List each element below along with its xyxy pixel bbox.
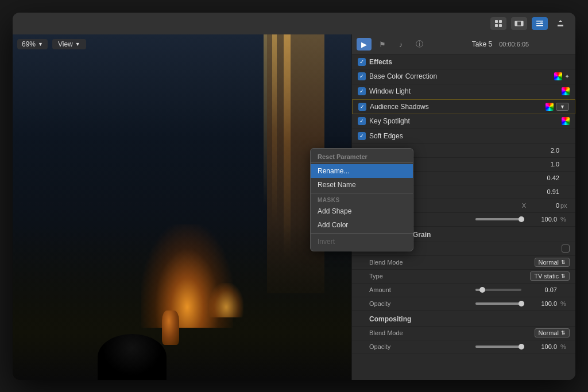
- title-bar: [13, 13, 575, 34]
- context-menu-reset-name[interactable]: Reset Name: [311, 178, 413, 192]
- comp-opacity-row[interactable]: Opacity 100.0 %: [352, 340, 575, 354]
- monochrome-checkbox[interactable]: [562, 244, 570, 253]
- effects-check[interactable]: ✓: [358, 58, 366, 66]
- svg-rect-3: [499, 24, 502, 27]
- zoom-value: 69%: [22, 40, 36, 48]
- strength-slider[interactable]: [475, 218, 521, 220]
- view-button[interactable]: View ▼: [52, 39, 86, 49]
- soft-edges-name: Soft Edges: [369, 132, 570, 140]
- share-button[interactable]: [552, 17, 568, 30]
- base-color-name: Base Color Correction: [369, 72, 554, 80]
- darken-value: 1.0: [531, 161, 559, 168]
- falloff-value: 0.91: [531, 188, 559, 195]
- amount-label: Amount: [369, 286, 469, 293]
- color-badge: [554, 72, 562, 80]
- ctx-masks-label: MASKS: [311, 195, 413, 204]
- inspector-toolbar: ▶ ⚑ ♪ ⓘ Take 5 00:00:6:05: [352, 34, 575, 55]
- comp-opacity-thumb: [519, 344, 524, 350]
- svg-rect-6: [521, 21, 523, 26]
- strength-fill: [475, 218, 521, 220]
- comp-blend-mode-dropdown[interactable]: Normal ⇅: [535, 328, 570, 337]
- tab-flag[interactable]: ⚑: [375, 38, 390, 51]
- context-menu: Reset Parameter Rename... Reset Name MAS…: [310, 148, 413, 251]
- compositing-title: Compositing: [358, 315, 411, 323]
- type-row[interactable]: Type TV static ⇅: [352, 270, 575, 284]
- svg-rect-5: [515, 21, 517, 26]
- key-spotlight-name: Key Spotlight: [369, 117, 562, 125]
- base-color-check[interactable]: ✓: [358, 72, 366, 80]
- type-value: TV static: [534, 273, 559, 280]
- audience-shadows-check[interactable]: ✓: [358, 103, 366, 111]
- inspector-button[interactable]: [532, 17, 548, 30]
- toolbar-icons: [490, 17, 568, 30]
- blur-amount-value: 2.0: [531, 147, 559, 154]
- context-menu-add-color[interactable]: Add Color: [311, 218, 413, 232]
- audience-shadows-row[interactable]: ✓ Audience Shadows ▼: [352, 99, 575, 114]
- comp-blend-mode-row[interactable]: Blend Mode Normal ⇅: [352, 327, 575, 340]
- audience-shadows-name: Audience Shadows: [370, 103, 546, 111]
- mac-window: 69% ▼ View ▼ ▶ ⚑ ♪ ⓘ Take 5: [13, 13, 575, 380]
- view-chevron: ▼: [75, 41, 80, 47]
- base-color-icons: ✦: [554, 72, 570, 80]
- amount-row[interactable]: Amount 0.07: [352, 284, 575, 297]
- comp-opacity-label: Opacity: [369, 343, 469, 350]
- timecode: 00:00:6:05: [499, 41, 529, 48]
- key-spotlight-check[interactable]: ✓: [358, 117, 366, 125]
- ctx-separator-1: [311, 193, 413, 193]
- window-light-row[interactable]: ✓ Window Light: [352, 84, 575, 99]
- type-label: Type: [369, 273, 530, 280]
- magic-wand-icon: ✦: [564, 73, 570, 80]
- tab-video[interactable]: ▶: [357, 38, 372, 51]
- preview-toolbar: 69% ▼ View ▼: [17, 39, 86, 49]
- take-info: Take 5 00:00:6:05: [430, 40, 571, 48]
- blend-mode-row[interactable]: Blend Mode Normal ⇅: [352, 256, 575, 270]
- opacity-thumb: [519, 301, 524, 306]
- center-x-label: X: [522, 202, 526, 209]
- context-menu-add-shape[interactable]: Add Shape: [311, 204, 413, 218]
- preview-area: 69% ▼ View ▼: [13, 34, 351, 380]
- opacity-slider[interactable]: [475, 302, 521, 305]
- filmstrip-button[interactable]: [511, 17, 527, 30]
- audience-shadows-dropdown[interactable]: ▼: [556, 103, 569, 111]
- key-spotlight-icons: [562, 117, 570, 125]
- view-label: View: [58, 40, 73, 48]
- opacity-row[interactable]: Opacity 100.0 %: [352, 297, 575, 311]
- comp-opacity-value: 100.0: [528, 343, 557, 350]
- dropdown-chevron: ▼: [560, 104, 565, 110]
- tab-info[interactable]: ⓘ: [412, 38, 427, 51]
- audience-shadows-icons: ▼: [546, 103, 569, 111]
- blend-mode-arrows: ⇅: [561, 259, 566, 265]
- window-light-check[interactable]: ✓: [358, 87, 366, 95]
- svg-rect-9: [536, 25, 543, 26]
- amount-slider[interactable]: [475, 289, 521, 291]
- svg-rect-2: [495, 24, 498, 27]
- effects-title: Effects: [369, 58, 392, 66]
- soft-edges-check[interactable]: ✓: [358, 132, 366, 140]
- strength-value: 100.0: [528, 216, 557, 223]
- center-unit: px: [560, 202, 570, 209]
- amount-value: 0.07: [528, 286, 557, 293]
- comp-opacity-slider[interactable]: [475, 346, 521, 348]
- svg-rect-7: [536, 21, 543, 22]
- key-spotlight-row[interactable]: ✓ Key Spotlight: [352, 114, 575, 129]
- context-menu-rename[interactable]: Rename...: [311, 164, 413, 178]
- base-color-correction-row[interactable]: ✓ Base Color Correction ✦: [352, 69, 575, 84]
- compositing-header: Compositing: [352, 312, 575, 327]
- center-value: 0: [531, 202, 559, 209]
- comp-blend-arrows: ⇅: [561, 330, 566, 336]
- window-light-name: Window Light: [369, 87, 562, 95]
- zoom-control[interactable]: 69% ▼: [17, 39, 48, 49]
- blend-mode-value: Normal: [539, 259, 559, 266]
- opacity-value: 100.0: [528, 300, 557, 307]
- context-menu-title: Reset Parameter: [311, 151, 413, 163]
- blend-mode-dropdown[interactable]: Normal ⇅: [535, 258, 570, 267]
- comp-blend-mode-label: Blend Mode: [369, 329, 535, 336]
- comp-blend-mode-value: Normal: [539, 329, 559, 336]
- comp-opacity-fill: [475, 346, 521, 348]
- tab-audio[interactable]: ♪: [393, 38, 408, 51]
- color-badge-4: [562, 117, 570, 125]
- type-dropdown[interactable]: TV static ⇅: [530, 271, 570, 281]
- svg-rect-0: [495, 20, 498, 23]
- soft-edges-row[interactable]: ✓ Soft Edges: [352, 129, 575, 144]
- grid-view-button[interactable]: [490, 17, 506, 30]
